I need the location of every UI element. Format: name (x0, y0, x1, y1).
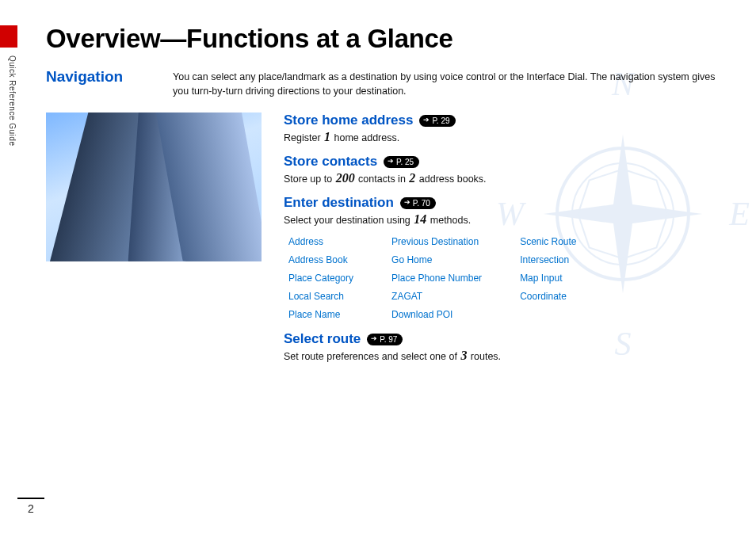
page-ref-badge[interactable]: P. 70 (400, 197, 436, 209)
method-link[interactable]: Scenic Route (520, 236, 576, 247)
feature-select-route: Select route P. 97 Set route preferences… (284, 331, 724, 363)
skyscraper-image (46, 113, 262, 261)
method-link[interactable]: Address (288, 236, 353, 247)
method-link[interactable]: ZAGAT (391, 291, 482, 302)
method-link[interactable]: Coordinate (520, 291, 576, 302)
compass-e: E (729, 195, 750, 233)
method-link[interactable]: Address Book (288, 254, 353, 265)
method-link[interactable]: Place Phone Number (391, 273, 482, 284)
section-heading: Navigation (46, 68, 173, 86)
feature-title: Select route (284, 331, 361, 347)
page-title: Overview—Functions at a Glance (46, 24, 724, 54)
feature-store-contacts: Store contacts P. 25 Store up to 200 con… (284, 154, 724, 185)
intro-text: You can select any place/landmark as a d… (173, 68, 724, 98)
method-link[interactable]: Place Category (288, 273, 353, 284)
page-ref-badge[interactable]: P. 97 (367, 334, 403, 345)
page-ref-badge[interactable]: P. 29 (419, 115, 455, 127)
method-link[interactable]: Go Home (391, 254, 482, 265)
method-link[interactable]: Local Search (288, 291, 353, 302)
method-link[interactable]: Map Input (520, 273, 576, 284)
page-number: 2 (17, 498, 44, 515)
side-label: Quick Reference Guide (8, 55, 17, 146)
destination-methods-list: Address Address Book Place Category Loca… (288, 236, 724, 320)
method-link[interactable]: Place Name (288, 309, 353, 320)
feature-title: Store contacts (284, 154, 377, 170)
feature-body: Register 1 home address. (284, 130, 724, 144)
feature-body: Select your destination using 14 methods… (284, 212, 724, 227)
page-ref-badge[interactable]: P. 25 (384, 156, 419, 168)
feature-title: Enter destination (284, 195, 394, 211)
feature-title: Store home address (284, 113, 413, 128)
method-link[interactable]: Intersection (520, 254, 576, 265)
feature-enter-destination: Enter destination P. 70 Select your dest… (284, 195, 724, 227)
feature-store-home: Store home address P. 29 Register 1 home… (284, 113, 724, 144)
method-link[interactable]: Previous Destination (391, 236, 482, 247)
method-link[interactable]: Download POI (391, 309, 482, 320)
feature-body: Store up to 200 contacts in 2 address bo… (284, 171, 724, 185)
feature-body: Set route preferences and select one of … (284, 349, 724, 363)
color-tab (0, 25, 17, 48)
